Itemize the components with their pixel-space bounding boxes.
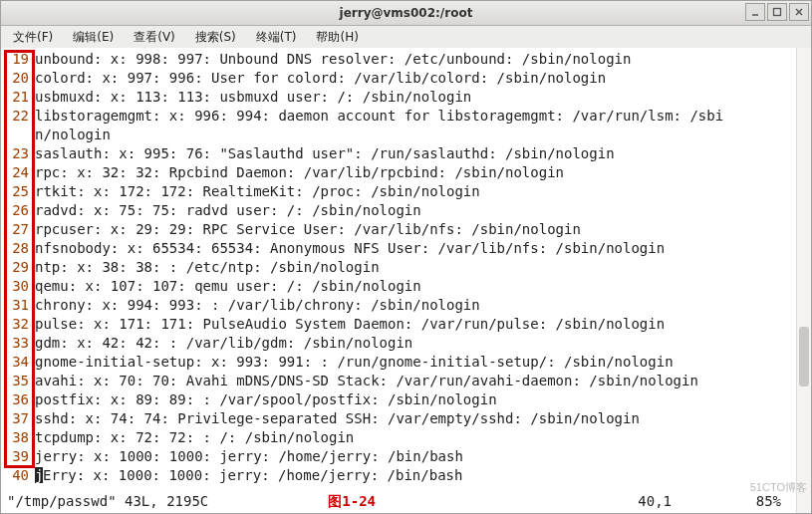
line-number: 25 bbox=[7, 182, 29, 201]
terminal-line: 30qemu: x: 107: 107: qemu user: /: /sbin… bbox=[7, 277, 805, 296]
terminal-line: 26radvd: x: 75: 75: radvd user: /: /sbin… bbox=[7, 201, 805, 220]
menu-view[interactable]: 查看(V) bbox=[130, 27, 179, 48]
line-number: 29 bbox=[7, 258, 29, 277]
status-percent: 85% bbox=[756, 493, 781, 509]
line-number: 31 bbox=[7, 296, 29, 315]
svg-rect-1 bbox=[774, 9, 781, 16]
line-text: usbmuxd: x: 113: 113: usbmuxd user: /: /… bbox=[35, 88, 471, 107]
terminal-line: 24rpc: x: 32: 32: Rpcbind Daemon: /var/l… bbox=[7, 163, 805, 182]
close-button[interactable] bbox=[789, 3, 809, 21]
line-text: qemu: x: 107: 107: qemu user: /: /sbin/n… bbox=[35, 277, 421, 296]
line-text: n/nologin bbox=[35, 126, 111, 144]
figure-label: 图1-24 bbox=[328, 493, 376, 511]
terminal-line: 35avahi: x: 70: 70: Avahi mDNS/DNS-SD St… bbox=[7, 372, 805, 390]
terminal-line: 38tcpdump: x: 72: 72: : /: /sbin/nologin bbox=[7, 428, 805, 447]
line-text: rtkit: x: 172: 172: RealtimeKit: /proc: … bbox=[35, 182, 480, 201]
terminal-line: 37sshd: x: 74: 74: Privilege-separated S… bbox=[7, 409, 805, 428]
terminal-line: 22libstoragemgmt: x: 996: 994: daemon ac… bbox=[7, 107, 805, 126]
menu-help[interactable]: 帮助(H) bbox=[312, 27, 362, 48]
menu-search[interactable]: 搜索(S) bbox=[191, 27, 240, 48]
line-text: radvd: x: 75: 75: radvd user: /: /sbin/n… bbox=[35, 201, 421, 220]
terminal-line: 31chrony: x: 994: 993: : /var/lib/chrony… bbox=[7, 296, 805, 315]
terminal-window: jerry@vms002:/root 文件(F) 编辑(E) 查看(V) 搜索(… bbox=[0, 0, 812, 514]
line-text: postfix: x: 89: 89: : /var/spool/postfix… bbox=[35, 390, 497, 409]
menu-file[interactable]: 文件(F) bbox=[9, 27, 57, 48]
line-number: 33 bbox=[7, 334, 29, 353]
menu-terminal[interactable]: 终端(T) bbox=[252, 27, 301, 48]
line-text: nfsnobody: x: 65534: 65534: Anonymous NF… bbox=[35, 239, 665, 258]
line-number: 26 bbox=[7, 201, 29, 220]
line-text: pulse: x: 171: 171: PulseAudio System Da… bbox=[35, 315, 665, 334]
line-text: colord: x: 997: 996: User for colord: /v… bbox=[35, 69, 606, 88]
vim-status-line: "/tmp/passwd" 43L, 2195C 图1-24 40,1 85% bbox=[7, 493, 791, 511]
line-number: 23 bbox=[7, 144, 29, 163]
window-controls bbox=[745, 3, 809, 21]
line-number: 22 bbox=[7, 107, 29, 126]
terminal-line: 34gnome-initial-setup: x: 993: 991: : /r… bbox=[7, 353, 805, 372]
terminal-line: 33gdm: x: 42: 42: : /var/lib/gdm: /sbin/… bbox=[7, 334, 805, 353]
line-text: jerry: x: 1000: 1000: jerry: /home/jerry… bbox=[35, 447, 463, 466]
line-number: 39 bbox=[7, 447, 29, 466]
line-number: 34 bbox=[7, 353, 29, 372]
line-text: rpc: x: 32: 32: Rpcbind Daemon: /var/lib… bbox=[35, 163, 564, 182]
terminal-line: 29ntp: x: 38: 38: : /etc/ntp: /sbin/nolo… bbox=[7, 258, 805, 277]
terminal-line: n/nologin bbox=[7, 126, 805, 144]
maximize-button[interactable] bbox=[767, 3, 787, 21]
scrollbar-thumb[interactable] bbox=[799, 327, 809, 386]
line-number: 38 bbox=[7, 428, 29, 447]
terminal-line: 27rpcuser: x: 29: 29: RPC Service User: … bbox=[7, 220, 805, 239]
line-number: 32 bbox=[7, 315, 29, 334]
terminal-content[interactable]: 19unbound: x: 998: 997: Unbound DNS reso… bbox=[1, 48, 811, 513]
terminal-line: 21usbmuxd: x: 113: 113: usbmuxd user: /:… bbox=[7, 88, 805, 107]
titlebar: jerry@vms002:/root bbox=[1, 1, 811, 26]
line-number: 19 bbox=[7, 50, 29, 69]
menu-edit[interactable]: 编辑(E) bbox=[69, 27, 118, 48]
line-text: unbound: x: 998: 997: Unbound DNS resolv… bbox=[35, 50, 631, 69]
line-text: avahi: x: 70: 70: Avahi mDNS/DNS-SD Stac… bbox=[35, 372, 698, 390]
window-title: jerry@vms002:/root bbox=[1, 6, 811, 20]
line-text: tcpdump: x: 72: 72: : /: /sbin/nologin bbox=[35, 428, 354, 447]
text-cursor: j bbox=[35, 467, 43, 483]
status-filename: "/tmp/passwd" 43L, 2195C bbox=[7, 493, 208, 511]
line-number: 28 bbox=[7, 239, 29, 258]
line-number: 27 bbox=[7, 220, 29, 239]
line-text: sshd: x: 74: 74: Privilege-separated SSH… bbox=[35, 409, 640, 428]
line-text: ntp: x: 38: 38: : /etc/ntp: /sbin/nologi… bbox=[35, 258, 380, 277]
minimize-button[interactable] bbox=[745, 3, 765, 21]
status-cursor-position: 40,1 bbox=[638, 493, 672, 509]
line-number: 20 bbox=[7, 69, 29, 88]
line-number: 40 bbox=[7, 466, 29, 485]
terminal-line: 23saslauth: x: 995: 76: "Saslauthd user"… bbox=[7, 144, 805, 163]
line-number: 36 bbox=[7, 390, 29, 409]
terminal-line: 40jErry: x: 1000: 1000: jerry: /home/jer… bbox=[7, 466, 805, 485]
line-number: 35 bbox=[7, 372, 29, 390]
line-number: 21 bbox=[7, 88, 29, 107]
line-number: 37 bbox=[7, 409, 29, 428]
line-text: rpcuser: x: 29: 29: RPC Service User: /v… bbox=[35, 220, 581, 239]
line-text: saslauth: x: 995: 76: "Saslauthd user": … bbox=[35, 144, 615, 163]
terminal-line: 19unbound: x: 998: 997: Unbound DNS reso… bbox=[7, 50, 805, 69]
line-text: libstoragemgmt: x: 996: 994: daemon acco… bbox=[35, 107, 723, 126]
line-text: jErry: x: 1000: 1000: jerry: /home/jerry… bbox=[35, 466, 462, 485]
line-text: gdm: x: 42: 42: : /var/lib/gdm: /sbin/no… bbox=[35, 334, 412, 353]
line-text: chrony: x: 994: 993: : /var/lib/chrony: … bbox=[35, 296, 480, 315]
line-text: gnome-initial-setup: x: 993: 991: : /run… bbox=[35, 353, 674, 372]
vertical-scrollbar[interactable] bbox=[796, 48, 811, 513]
terminal-line: 25rtkit: x: 172: 172: RealtimeKit: /proc… bbox=[7, 182, 805, 201]
terminal-line: 20colord: x: 997: 996: User for colord: … bbox=[7, 69, 805, 88]
menubar: 文件(F) 编辑(E) 查看(V) 搜索(S) 终端(T) 帮助(H) bbox=[1, 26, 811, 49]
terminal-line: 39jerry: x: 1000: 1000: jerry: /home/jer… bbox=[7, 447, 805, 466]
line-number: 30 bbox=[7, 277, 29, 296]
line-number: 24 bbox=[7, 163, 29, 182]
terminal-line: 28nfsnobody: x: 65534: 65534: Anonymous … bbox=[7, 239, 805, 258]
terminal-line: 36postfix: x: 89: 89: : /var/spool/postf… bbox=[7, 390, 805, 409]
terminal-line: 32pulse: x: 171: 171: PulseAudio System … bbox=[7, 315, 805, 334]
